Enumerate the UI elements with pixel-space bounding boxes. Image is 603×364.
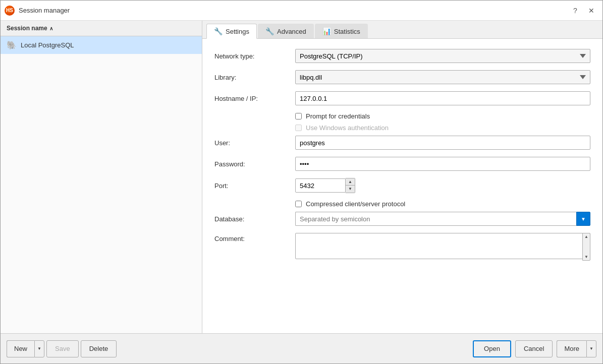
library-control: libpq.dlllibmysql.dll <box>295 70 590 84</box>
database-row: Database: ▼ <box>214 212 590 226</box>
session-list-header: Session name ∧ <box>1 21 202 36</box>
settings-area: Network type: PostgreSQL (TCP/IP)MySQL (… <box>202 39 602 333</box>
bottom-left-buttons: New ▼ Save Delete <box>7 340 208 357</box>
close-button[interactable]: ✕ <box>584 4 598 17</box>
open-button[interactable]: Open <box>473 340 511 357</box>
more-button[interactable]: More <box>557 340 586 357</box>
tab-statistics[interactable]: 📊 Statistics <box>315 24 368 38</box>
scroll-up-icon[interactable]: ▲ <box>584 234 588 239</box>
password-control <box>295 157 590 171</box>
statistics-tab-label: Statistics <box>334 28 360 35</box>
settings-tab-icon: 🔧 <box>214 27 223 35</box>
title-bar: HS Session manager ? ✕ <box>1 1 602 21</box>
app-icon: HS <box>5 6 15 16</box>
left-panel: Session name ∧ 🐘 Local PostgreSQL <box>1 21 202 333</box>
scroll-down-icon[interactable]: ▼ <box>584 255 588 259</box>
windows-auth-row: Use Windows authentication <box>295 124 590 132</box>
database-input[interactable] <box>295 212 576 226</box>
session-item-label: Local PostgreSQL <box>21 41 74 49</box>
hostname-row: Hostname / IP: <box>214 91 590 105</box>
network-type-select[interactable]: PostgreSQL (TCP/IP)MySQL (TCP/IP)SQLite <box>295 49 590 63</box>
database-label: Database: <box>214 215 295 223</box>
port-row: Port: ▲ ▼ <box>214 178 590 193</box>
sort-icon[interactable]: ∧ <box>49 26 53 31</box>
comment-scrollbar: ▲ ▼ <box>582 233 590 261</box>
comment-control: ▲ ▼ <box>295 233 590 261</box>
port-decrement-button[interactable]: ▼ <box>346 186 355 193</box>
database-control: ▼ <box>295 212 590 226</box>
library-row: Library: libpq.dlllibmysql.dll <box>214 70 590 84</box>
port-increment-button[interactable]: ▲ <box>346 178 355 186</box>
comment-label: Comment: <box>214 233 295 242</box>
new-dropdown-arrow[interactable]: ▼ <box>34 340 44 357</box>
network-type-row: Network type: PostgreSQL (TCP/IP)MySQL (… <box>214 49 590 63</box>
network-type-label: Network type: <box>214 52 295 60</box>
user-input[interactable] <box>295 136 590 150</box>
user-row: User: <box>214 136 590 150</box>
tab-settings[interactable]: 🔧 Settings <box>206 24 257 39</box>
password-label: Password: <box>214 160 295 168</box>
advanced-tab-icon: 🔧 <box>265 27 274 35</box>
compressed-checkbox[interactable] <box>295 201 302 207</box>
library-select[interactable]: libpq.dlllibmysql.dll <box>295 70 590 84</box>
main-window: HS Session manager ? ✕ Session name ∧ 🐘 … <box>0 0 603 364</box>
cancel-button[interactable]: Cancel <box>515 340 553 357</box>
tab-advanced[interactable]: 🔧 Advanced <box>258 24 314 38</box>
prompt-credentials-row: Prompt for credentials <box>295 112 590 120</box>
delete-button[interactable]: Delete <box>81 340 117 357</box>
comment-textarea[interactable] <box>295 233 590 259</box>
new-split-button: New ▼ <box>7 340 44 357</box>
user-label: User: <box>214 139 295 147</box>
window-title: Session manager <box>19 7 568 14</box>
database-dropdown-button[interactable]: ▼ <box>576 212 590 226</box>
save-button[interactable]: Save <box>46 340 79 357</box>
settings-tab-label: Settings <box>226 28 249 35</box>
port-spinner: ▲ ▼ <box>295 178 590 193</box>
more-dropdown-arrow[interactable]: ▼ <box>586 340 596 357</box>
password-row: Password: <box>214 157 590 171</box>
new-button[interactable]: New <box>7 340 34 357</box>
user-control <box>295 136 590 150</box>
statistics-tab-icon: 📊 <box>322 27 331 35</box>
session-list: 🐘 Local PostgreSQL <box>1 36 202 333</box>
prompt-credentials-label: Prompt for credentials <box>306 112 370 120</box>
help-button[interactable]: ? <box>568 4 582 17</box>
session-name-label: Session name <box>7 25 47 32</box>
advanced-tab-label: Advanced <box>277 28 306 35</box>
prompt-credentials-checkbox[interactable] <box>295 113 302 119</box>
title-bar-controls: ? ✕ <box>568 4 598 17</box>
hostname-control <box>295 91 590 105</box>
compressed-row: Compressed client/server protocol <box>295 200 590 208</box>
session-item[interactable]: 🐘 Local PostgreSQL <box>1 36 202 54</box>
bottom-right-buttons: Open Cancel More ▼ <box>208 340 596 357</box>
library-label: Library: <box>214 74 295 81</box>
database-combobox: ▼ <box>295 212 590 226</box>
port-input[interactable] <box>295 178 346 193</box>
port-spinner-buttons: ▲ ▼ <box>346 178 355 193</box>
more-split-button: More ▼ <box>557 340 596 357</box>
hostname-label: Hostname / IP: <box>214 95 295 102</box>
port-label: Port: <box>214 182 295 190</box>
network-type-control: PostgreSQL (TCP/IP)MySQL (TCP/IP)SQLite <box>295 49 590 63</box>
hostname-input[interactable] <box>295 91 590 105</box>
windows-auth-checkbox <box>295 125 302 131</box>
session-icon: 🐘 <box>7 40 17 50</box>
bottom-bar: New ▼ Save Delete Open Cancel More ▼ <box>1 333 602 363</box>
port-control: ▲ ▼ <box>295 178 590 193</box>
comment-row: Comment: ▲ ▼ <box>214 233 590 261</box>
tabs: 🔧 Settings 🔧 Advanced 📊 Statistics <box>202 21 602 39</box>
main-content: Session name ∧ 🐘 Local PostgreSQL 🔧 Sett… <box>1 21 602 333</box>
windows-auth-label: Use Windows authentication <box>306 124 389 132</box>
compressed-label: Compressed client/server protocol <box>306 200 405 208</box>
password-input[interactable] <box>295 157 590 171</box>
right-panel: 🔧 Settings 🔧 Advanced 📊 Statistics Netwo… <box>202 21 602 333</box>
